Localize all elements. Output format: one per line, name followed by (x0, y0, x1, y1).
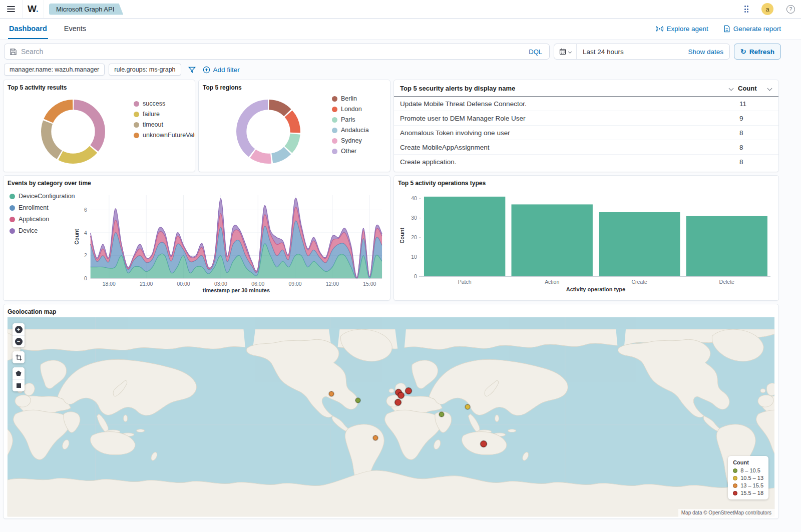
map-marker-4[interactable] (397, 392, 404, 398)
legend-dot (10, 228, 15, 234)
svg-text:Delete: Delete (719, 279, 734, 285)
alert-name-cell: Promote user to DEM Manager Role User (394, 111, 731, 126)
chart-legend: successfailuretimeoutunknownFutureValue (134, 100, 195, 169)
filter-pill-manager-name[interactable]: manager.name: wazuh.manager (4, 64, 105, 76)
table-row[interactable]: Anomalous Token involving one user8 (394, 126, 778, 140)
table-row[interactable]: Create application.8 (394, 155, 778, 169)
legend-item-failure[interactable]: failure (134, 111, 195, 118)
alert-name-cell: Update Mobile Threat Defense Connector. (394, 97, 731, 111)
ireland (389, 389, 394, 393)
count-column-header[interactable]: Count (738, 85, 761, 92)
legend-item-Application[interactable]: Application (10, 216, 74, 223)
legend-item-DeviceConfiguration[interactable]: DeviceConfiguration (10, 193, 74, 200)
table-row[interactable]: Create MobileAppAssignment8 (394, 140, 778, 155)
bar-Patch[interactable] (424, 197, 505, 277)
svg-text:Create: Create (632, 279, 648, 285)
alert-count-cell: 9 (731, 111, 778, 126)
filter-pill-rule-groups[interactable]: rule.groups: ms-graph (109, 64, 181, 76)
add-filter-button[interactable]: Add filter (203, 66, 240, 74)
report-document-icon (723, 25, 730, 33)
zoom-in-button[interactable]: + (13, 323, 25, 335)
legend-item-unknownFutureValue[interactable]: unknownFutureValue (134, 132, 195, 139)
bar-Delete[interactable] (686, 216, 767, 277)
map-marker-7[interactable] (439, 412, 444, 417)
breadcrumb-badge[interactable]: Microsoft Graph API (49, 4, 123, 15)
map-marker-8[interactable] (373, 435, 378, 440)
map-legend-item: 8 – 10.5 (733, 467, 763, 473)
generate-report-button[interactable]: Generate report (723, 25, 781, 33)
apps-menu-icon[interactable] (744, 6, 749, 13)
generate-report-label: Generate report (733, 25, 781, 33)
show-dates-button[interactable]: Show dates (682, 48, 729, 56)
refresh-label: Refresh (749, 48, 774, 56)
donut-chart-activity-results (36, 94, 111, 169)
legend-item-Device[interactable]: Device (10, 227, 74, 234)
legend-label: Device (19, 227, 38, 234)
column-options-chevron-icon[interactable] (767, 86, 772, 91)
search-input[interactable] (21, 48, 527, 56)
add-filter-label: Add filter (213, 66, 240, 74)
area-chart-events: 024618:0021:0000:0003:0006:0009:0012:001… (74, 189, 386, 295)
avatar[interactable]: a (761, 3, 773, 15)
map-legend: Count 8 – 10.510.5 – 1313 – 15.515.5 – 1… (728, 456, 768, 499)
chevron-down-icon (568, 50, 572, 53)
svg-text:15:00: 15:00 (363, 281, 376, 287)
saved-query-icon[interactable] (10, 48, 17, 56)
sort-chevron-icon[interactable] (729, 86, 734, 91)
panel-events-over-time: Events by category over time DeviceConfi… (3, 175, 390, 301)
zoom-out-button[interactable]: − (13, 335, 25, 347)
map-marker-0[interactable] (329, 391, 334, 396)
legend-item-Andalucía[interactable]: Andalucía (332, 127, 369, 134)
legend-item-Paris[interactable]: Paris (332, 116, 369, 123)
legend-item-success[interactable]: success (134, 100, 195, 107)
explore-agent-button[interactable]: Explore agent (656, 25, 708, 33)
world-map[interactable]: + − (8, 317, 774, 516)
panel-title: Top 5 regions (203, 84, 386, 91)
date-picker: Last 24 hours Show dates (554, 44, 730, 60)
bar-Action[interactable] (511, 204, 592, 276)
legend-item-timeout[interactable]: timeout (134, 121, 195, 128)
explore-agent-label: Explore agent (666, 25, 708, 33)
map-controls: + − (13, 323, 25, 391)
help-icon[interactable]: ? (786, 5, 795, 14)
table-row[interactable]: Promote user to DEM Manager Role User9 (394, 111, 778, 126)
legend-label: unknownFutureValue (143, 132, 195, 139)
bar-Create[interactable] (599, 212, 680, 277)
query-language-button[interactable]: DQL (527, 48, 544, 56)
fit-bounds-button[interactable] (13, 351, 25, 363)
svg-text:Count: Count (399, 228, 405, 244)
map-marker-9[interactable] (481, 441, 487, 447)
refresh-button[interactable]: ↻ Refresh (734, 44, 781, 60)
legend-item-Berlin[interactable]: Berlin (332, 95, 369, 102)
svg-text:Patch: Patch (458, 279, 472, 285)
legend-item-Enrollment[interactable]: Enrollment (10, 204, 74, 211)
alerts-table-title: Top 5 security alerts by display name (400, 85, 729, 92)
map-marker-1[interactable] (355, 398, 360, 403)
legend-dot (332, 128, 337, 133)
app-logo[interactable]: W. (22, 0, 44, 18)
filter-funnel-icon[interactable] (185, 65, 199, 75)
map-marker-3[interactable] (406, 387, 412, 394)
map-marker-6[interactable] (465, 404, 470, 409)
legend-dot (134, 122, 139, 128)
date-range-label[interactable]: Last 24 hours (577, 48, 682, 56)
legend-item-London[interactable]: London (332, 106, 369, 113)
calendar-icon (559, 48, 566, 55)
map-legend-range: 15.5 – 18 (740, 490, 763, 496)
calendar-dropdown-button[interactable] (554, 44, 577, 59)
tab-events[interactable]: Events (63, 19, 87, 39)
world-map-svg (8, 317, 774, 516)
legend-item-Other[interactable]: Other (332, 148, 369, 155)
legend-item-Sydney[interactable]: Sydney (332, 137, 369, 144)
philippines (495, 415, 499, 422)
plus-icon: + (15, 326, 23, 333)
draw-rectangle-button[interactable] (13, 379, 25, 391)
map-marker-5[interactable] (394, 399, 401, 406)
rectangle-icon (16, 383, 22, 388)
tab-dashboard[interactable]: Dashboard (8, 19, 48, 39)
svg-text:40: 40 (411, 196, 417, 201)
table-row[interactable]: Update Mobile Threat Defense Connector.1… (394, 97, 778, 111)
hamburger-menu-button[interactable] (0, 0, 22, 18)
map-legend-dot (733, 468, 737, 473)
draw-polygon-button[interactable] (13, 367, 25, 379)
